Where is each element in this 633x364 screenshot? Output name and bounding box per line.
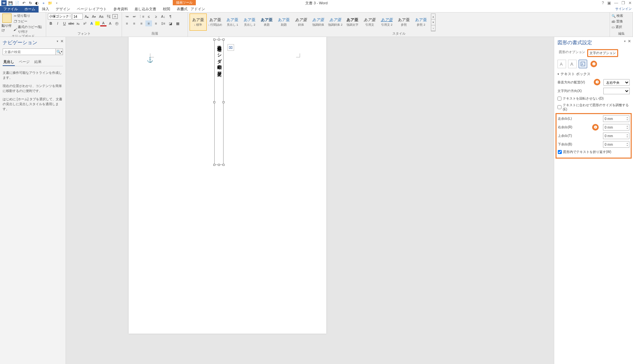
tab-format[interactable]: 書式 <box>177 6 191 13</box>
shading-icon[interactable]: ◪ <box>167 20 174 26</box>
style-item[interactable]: あア亜参照 2 <box>412 14 430 31</box>
qat-item-icon[interactable]: ◐ <box>34 0 40 6</box>
font-name-select[interactable] <box>48 14 72 19</box>
char-shading-icon[interactable]: A <box>107 20 113 26</box>
text-box[interactable]: 株式会社イシダ印刷の歴史 <box>214 40 224 165</box>
multilevel-icon[interactable]: ⋮≡ <box>138 14 145 19</box>
close-icon[interactable]: ✕ <box>628 1 632 5</box>
fmt-dropdown-icon[interactable]: ▾ <box>624 40 626 43</box>
increase-indent-icon[interactable]: ≥ <box>153 14 159 19</box>
document-canvas[interactable]: ⚓ ⌧ 株式会社イシダ印刷の歴史 <box>66 37 554 364</box>
style-item[interactable]: あア亜↓ 標準 <box>190 14 207 31</box>
style-item[interactable]: あア亜見出し 2 <box>241 14 258 31</box>
save-as-icon[interactable]: 📄 <box>15 0 20 6</box>
enclose-char-icon[interactable]: ㊞ <box>114 20 120 26</box>
italic-button[interactable]: I <box>55 20 61 26</box>
search-input[interactable] <box>3 48 56 55</box>
bold-button[interactable]: B <box>48 20 54 26</box>
style-item[interactable]: あア亜斜体 <box>292 14 310 31</box>
style-item[interactable]: あア亜副題 <box>275 14 292 31</box>
font-size-select[interactable] <box>72 14 83 19</box>
fmt-close-icon[interactable]: ✕ <box>628 39 631 44</box>
qat-more-icon[interactable]: ▾ <box>54 0 59 6</box>
tab-mailings[interactable]: 差し込み文書 <box>131 6 160 13</box>
resize-handle[interactable] <box>213 164 215 166</box>
undo-icon[interactable]: ↶ <box>21 0 26 6</box>
text-fill-tab-icon[interactable]: A <box>558 60 566 68</box>
align-left-icon[interactable]: ≡ <box>124 20 130 26</box>
maximize-icon[interactable]: ❐ <box>621 1 625 5</box>
redo-icon[interactable]: ↻ <box>28 0 33 6</box>
bullets-icon[interactable]: ≔ <box>124 14 130 19</box>
highlight-icon[interactable] <box>95 21 100 25</box>
textbox-content[interactable]: 株式会社イシダ印刷の歴史 <box>215 40 224 72</box>
tab-layout[interactable]: ページ レイアウト <box>74 6 110 13</box>
strikethrough-button[interactable]: abc <box>68 20 75 26</box>
style-item[interactable]: あア亜強調太字 <box>344 14 361 31</box>
align-right-icon[interactable]: ≡ <box>138 20 145 26</box>
style-item[interactable]: あア亜↓ 行間詰め <box>207 14 224 31</box>
wrap-text-checkbox[interactable] <box>558 150 562 154</box>
tab-references[interactable]: 参考資料 <box>110 6 131 13</box>
text-direction-select[interactable] <box>603 88 630 94</box>
underline-button[interactable]: U <box>61 20 68 26</box>
resize-handle[interactable] <box>213 39 215 41</box>
change-case-icon[interactable]: Aa <box>98 14 105 19</box>
qat-item-icon[interactable]: ● <box>41 0 46 6</box>
styles-scroll[interactable]: ▴ ▾ ⌄ <box>431 14 436 31</box>
character-border-icon[interactable]: A <box>112 14 118 19</box>
replace-button[interactable]: ab 置換 <box>612 19 631 24</box>
resize-handle[interactable] <box>223 101 225 103</box>
copy-button[interactable]: コピー <box>14 19 44 24</box>
style-item[interactable]: あア亜引用文 <box>361 14 378 31</box>
tab-review[interactable]: 校閲 <box>160 6 173 13</box>
distribute-icon[interactable]: ≡ <box>153 20 159 26</box>
valign-select[interactable]: 左右中央 <box>603 79 630 86</box>
margin-right-input[interactable]: 0 mm▴▾ <box>603 124 629 131</box>
style-item[interactable]: あア亜参照 <box>395 14 412 31</box>
superscript-button[interactable]: x² <box>82 20 88 26</box>
subscript-button[interactable]: x₂ <box>75 20 81 26</box>
resize-handle[interactable] <box>213 101 215 103</box>
nav-tab-results[interactable]: 結果 <box>34 58 42 66</box>
numbering-icon[interactable]: ≕ <box>131 14 137 19</box>
select-button[interactable]: ▭ 選択 <box>612 25 631 29</box>
margin-left-input[interactable]: 0 mm▴▾ <box>603 115 629 122</box>
scroll-down-icon[interactable]: ▾ <box>431 19 435 25</box>
signin-link[interactable]: サインイン <box>615 7 632 11</box>
resize-fit-checkbox[interactable] <box>558 105 561 109</box>
anchor-icon[interactable]: ⚓ <box>147 57 153 63</box>
style-item[interactable]: あア亜引用文 2 <box>378 14 395 31</box>
shrink-font-icon[interactable]: A▾ <box>91 14 97 19</box>
font-color-icon[interactable]: A <box>100 20 106 26</box>
rotate-handle-icon[interactable] <box>217 37 221 37</box>
style-item[interactable]: あア亜強調斜体 <box>310 14 327 31</box>
line-spacing-icon[interactable]: ‡≡ <box>160 20 166 26</box>
nav-tab-headings[interactable]: 見出し <box>3 58 15 66</box>
resize-handle[interactable] <box>218 164 220 166</box>
text-effects-icon[interactable]: A <box>89 20 95 26</box>
text-effects-tab-icon[interactable]: A <box>568 60 577 68</box>
resize-handle[interactable] <box>218 39 220 41</box>
no-rotate-checkbox[interactable] <box>558 97 561 101</box>
text-options-tab[interactable]: 文字のオプション <box>587 49 618 57</box>
page[interactable]: ⚓ ⌧ 株式会社イシダ印刷の歴史 <box>129 37 326 334</box>
sort-icon[interactable]: A↓ <box>160 14 166 19</box>
margin-top-input[interactable]: 0 mm▴▾ <box>603 133 629 139</box>
tab-insert[interactable]: 挿入 <box>39 6 52 13</box>
grow-font-icon[interactable]: A▴ <box>83 14 90 19</box>
textbox-tab-icon[interactable]: A <box>579 60 587 68</box>
find-button[interactable]: 🔍 検索 <box>612 14 631 18</box>
search-button[interactable]: 🔍▾ <box>56 48 63 55</box>
tab-file[interactable]: ファイル <box>0 6 21 13</box>
scroll-more-icon[interactable]: ⌄ <box>431 25 435 31</box>
nav-tab-pages[interactable]: ページ <box>18 58 30 66</box>
layout-options-icon[interactable]: ⌧ <box>227 44 234 51</box>
ribbon-display-icon[interactable]: ▣ <box>607 1 611 5</box>
paste-button[interactable]: 貼り付け <box>2 14 12 34</box>
resize-handle[interactable] <box>223 164 225 166</box>
decrease-indent-icon[interactable]: ≤ <box>145 14 152 19</box>
cut-button[interactable]: 切り取り <box>14 14 44 18</box>
nav-close-icon[interactable]: ✕ <box>60 39 64 44</box>
format-painter-button[interactable]: 書式のコピー/貼り付け <box>14 25 44 34</box>
